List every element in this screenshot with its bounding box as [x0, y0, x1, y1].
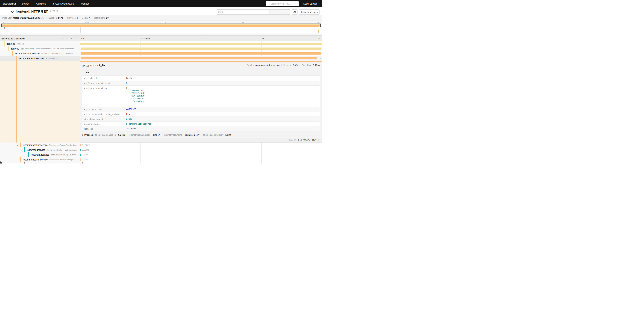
about-jaeger-menu[interactable]: About Jaeger [303, 2, 319, 5]
trace-summary-bar: Trace Start October 22 2022, 22:10:09.54… [0, 16, 322, 20]
nav-item-system-architecture[interactable]: System Architecture [53, 2, 74, 5]
minimap-span-cat [4, 28, 5, 29]
trace-minimap: 0μs 666.89ms 1.33s 2s 2.67s [0, 20, 322, 36]
tag-row[interactable]: app.cache_hit false [82, 76, 320, 80]
span-row-featureflagservice-repo-query[interactable]: featureflagservicefeatureflagservice.rep… [0, 152, 322, 157]
span-bar[interactable] [81, 57, 317, 60]
timeline-column-header: Service & Operation 0μs 666.89ms 1.33s 2… [0, 36, 322, 41]
app-logo[interactable]: JAEGER UI [3, 2, 16, 5]
collapse-chevron-icon[interactable] [13, 58, 14, 59]
tag-row[interactable]: otel.library.name recommendationservice [82, 121, 320, 126]
minimap-span-end2 [318, 30, 319, 30]
collapse-chevron-icon[interactable] [17, 144, 18, 146]
span-row-reco-listrecommendations[interactable]: recommendationservice/hipstershop.Recomm… [0, 51, 322, 56]
tag-value-list: ["1YMWWN1N4O","66VCHSJNUP","2ZYFJ3GM2N",… [126, 86, 320, 106]
minimap-span-end3 [318, 30, 319, 31]
span-bar[interactable] [80, 154, 81, 156]
span-bar[interactable] [80, 149, 81, 151]
collapse-chevron-icon[interactable] [5, 48, 6, 49]
span-row-get-product-list[interactable]: recommendationserviceget_product_list 2.… [0, 56, 322, 61]
column-resize-grip[interactable] [78, 38, 79, 40]
span-id-value: 1ca2262df0e18447 [298, 139, 316, 141]
back-arrow-icon[interactable]: ← [2, 8, 8, 16]
link-icon[interactable] [318, 139, 320, 141]
trace-view-selector[interactable]: Trace Timeline [299, 10, 320, 14]
expand-one-icon[interactable] [66, 38, 68, 39]
span-bar[interactable] [80, 158, 81, 161]
locate-icon[interactable] [273, 11, 274, 13]
detail-start-time: 8.58ms [313, 64, 320, 66]
span-bar[interactable] [80, 144, 81, 146]
span-row-reco-featureflagservice[interactable]: recommendationservice/hipstershop.Featur… [0, 142, 322, 148]
collapse-one-icon[interactable] [62, 38, 64, 39]
minimap-span-end4 [318, 31, 319, 32]
minimap-span-reco2 [2, 26, 320, 27]
detail-duration: 2.62s [293, 64, 298, 66]
tags-table: app.cache_hit false app.filtered_product… [82, 76, 320, 131]
tag-row[interactable]: app.filtered_products.list ["1YMWWN1N4O"… [82, 86, 320, 107]
trace-start-label: Trace Start [2, 16, 12, 19]
minimap-span-end5 [318, 32, 319, 32]
find-bar: ✕ [216, 10, 290, 14]
collapse-all-icon[interactable] [70, 38, 72, 40]
trace-header: ← frontend: HTTP GET 2f715fb ✕ ⌘ Trace T… [0, 8, 322, 16]
trace-id-lookup-input[interactable] [270, 2, 297, 5]
tag-row[interactable]: internal.span.format proto [82, 116, 320, 121]
tag-row[interactable]: app.recommendation.cache_enabled true [82, 112, 320, 116]
detail-service: recommendationservice [255, 64, 280, 66]
tag-row[interactable]: app.filtered_products.count 8 [82, 80, 320, 86]
span-detail-panel: get_product_list Service:recommendations… [80, 61, 322, 142]
collapse-chevron-icon[interactable] [9, 53, 10, 54]
collapse-chevron-icon[interactable] [1, 43, 2, 44]
service-operation-header: Service & Operation [1, 36, 25, 41]
prev-match-icon[interactable] [277, 12, 278, 12]
span-row-reco-productcatalog[interactable]: recommendationservice/hipstershop.Produc… [0, 157, 322, 162]
nav-item-monitor[interactable]: Monitor [81, 2, 89, 5]
minimap-left-handle[interactable] [1, 24, 2, 27]
trace-collapse-chevron-icon[interactable] [12, 10, 14, 13]
span-duration-label: 2.62s [318, 56, 322, 61]
top-nav: JAEGER UI Search Compare System Architec… [0, 0, 322, 8]
tags-section-toggle[interactable]: Tags [82, 71, 90, 74]
chevron-down-icon [317, 12, 318, 13]
search-icon [268, 3, 270, 5]
collapse-chevron-icon[interactable] [21, 149, 22, 150]
tag-row[interactable]: span.kind internal [82, 126, 320, 131]
span-row-frontend-grpc[interactable]: frontendgrpc.hipstershop.RecommendationS… [0, 46, 322, 51]
nav-item-compare[interactable]: Compare [36, 2, 46, 5]
trace-title: frontend: HTTP GET [16, 10, 48, 14]
chevron-down-icon [82, 72, 83, 73]
find-input[interactable] [218, 11, 268, 14]
minimap-right-handle[interactable] [320, 24, 321, 27]
minimap-canvas[interactable] [1, 24, 321, 34]
span-bar[interactable] [81, 52, 321, 54]
span-color-bar [16, 61, 17, 142]
trace-id-short: 2f715fb [50, 10, 60, 13]
total-spans-value: 20 [106, 16, 108, 19]
trace-start-value: October 22 2022, 22:10:09 [13, 16, 40, 19]
span-row-frontend-http-get[interactable]: frontendHTTP GET [0, 41, 322, 46]
chevron-down-icon [318, 3, 320, 4]
keyboard-shortcuts-button[interactable]: ⌘ [292, 10, 298, 14]
span-bar[interactable] [82, 162, 82, 164]
span-row-partial[interactable] [0, 162, 322, 164]
span-detail-title: get_product_list [82, 64, 106, 67]
span-bar[interactable] [80, 43, 322, 45]
chevron-right-icon [82, 134, 83, 136]
nav-item-search[interactable]: Search [22, 2, 29, 5]
span-bar[interactable] [80, 48, 322, 50]
duration-value: 2.67s [58, 16, 63, 19]
minimap-span-end1 [318, 29, 319, 29]
clear-find-icon[interactable]: ✕ [286, 11, 287, 13]
trace-id-lookup[interactable] [266, 1, 299, 6]
depth-value: 7 [88, 16, 90, 19]
expand-all-icon[interactable] [75, 38, 77, 40]
column-divider[interactable] [80, 36, 80, 41]
span-rows: frontendHTTP GET frontendgrpc.hipstersho… [0, 41, 322, 164]
span-id-footer: SpanID: 1ca2262df0e18447 [80, 138, 322, 142]
next-match-icon[interactable] [281, 12, 282, 12]
collapse-chevron-icon[interactable] [17, 159, 18, 160]
process-section-toggle[interactable]: Process: telemetry.auto.version=0.34b0 t… [82, 134, 232, 136]
span-row-featureflagservice-grpc[interactable]: featureflagservice/hipstershop.FeatureFl… [0, 148, 322, 152]
tag-row[interactable]: app.products.count 44530923 [82, 107, 320, 112]
